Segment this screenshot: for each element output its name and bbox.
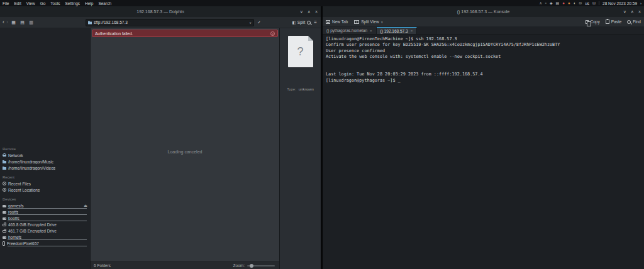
split-button[interactable]: ◧ Split <box>292 20 306 25</box>
compact-view-button[interactable]: ▤ <box>19 20 26 25</box>
split-view-icon <box>354 20 359 24</box>
tab-192-168-57-3[interactable]: () 192.168.57.3 × <box>377 27 418 34</box>
banner-close-icon[interactable]: × <box>270 31 275 36</box>
accept-location-button[interactable]: ✓ <box>257 20 261 25</box>
section-header: Devices <box>0 197 90 202</box>
sidebar-item-freedompixel657[interactable]: FreedomPixel657 <box>0 240 90 246</box>
hamburger-menu-icon[interactable]: ≡ <box>314 19 317 25</box>
menu-view[interactable]: View <box>26 1 35 6</box>
unknown-file-icon: ? <box>288 36 313 67</box>
unknown-glyph: ? <box>297 45 303 58</box>
clock[interactable]: 28 Nov 2023 20:59 <box>602 1 637 6</box>
tab-close-icon[interactable]: × <box>411 29 413 33</box>
folder-view[interactable]: Authentication failed. × Loading cancele… <box>91 28 279 261</box>
terminal-line <box>326 66 641 72</box>
menu-help[interactable]: Help <box>85 1 93 6</box>
panel-chevron-icon[interactable]: › <box>640 1 641 5</box>
search-icon[interactable] <box>307 21 311 25</box>
clipboard-icon[interactable]: ▤ <box>556 1 560 5</box>
clock-icon <box>3 182 6 185</box>
sidebar-item-label: /home/linuxdragon/Music <box>8 160 53 164</box>
location-bar[interactable]: sftp://192.168.57.3 ∨ <box>86 19 254 26</box>
find-button[interactable]: Find <box>627 19 641 24</box>
chevron-down-icon[interactable]: ∨ <box>249 21 252 25</box>
paste-button[interactable]: Paste <box>606 19 622 24</box>
sidebar-item-videos[interactable]: /home/linuxdragon/Videos <box>0 165 90 171</box>
copy-icon <box>586 20 589 24</box>
menu-file[interactable]: File <box>3 1 9 6</box>
maximize-button[interactable]: ∧ <box>308 9 311 14</box>
volume-icon[interactable]: ◖ <box>574 1 576 5</box>
split-view-button[interactable]: Split View ∨ <box>354 19 383 24</box>
sidebar-item-label: rootfs <box>8 210 18 214</box>
menu-search[interactable]: Search <box>98 1 111 6</box>
sidebar-item-music[interactable]: /home/linuxdragon/Music <box>0 158 90 165</box>
eject-icon[interactable]: ⏏ <box>84 204 87 207</box>
minimize-button[interactable]: ∨ <box>623 9 626 14</box>
split-view-label: Split View <box>361 19 379 24</box>
icons-view-button[interactable]: ▦ <box>10 20 17 25</box>
keyboard-layout-indicator[interactable]: us <box>585 1 589 6</box>
section-header: Recent <box>0 175 90 180</box>
copy-button[interactable]: Copy <box>586 19 600 24</box>
type-value: unknown <box>299 87 314 91</box>
status-orange-icon[interactable]: ● <box>568 1 570 5</box>
konsole-titlebar[interactable]: () 192.168.57.3 — Konsole ∨ ∧ × <box>323 6 644 17</box>
menu-tools[interactable]: Tools <box>50 1 60 6</box>
menu-settings[interactable]: Settings <box>65 1 80 6</box>
phone-icon <box>3 241 5 246</box>
zoom-label: Zoom: <box>233 263 245 268</box>
details-view-button[interactable]: ▥ <box>28 20 35 25</box>
places-section-devices: Devices gamesfs ⏏ rootfs bootfs 465.8 Gi… <box>0 197 90 246</box>
zoom-slider-handle[interactable] <box>250 264 253 268</box>
folder-icon <box>88 21 92 25</box>
sidebar-item-label: Recent Locations <box>8 188 40 192</box>
menu-go[interactable]: Go <box>40 1 46 6</box>
sidebar-item-rootfs[interactable]: rootfs <box>0 209 90 215</box>
terminal-line: Confirm user presence for key ED25519-SK… <box>326 42 641 48</box>
close-button[interactable]: × <box>315 9 318 14</box>
notifications-icon[interactable]: ◈ <box>550 1 553 5</box>
split-icon: ◧ <box>292 20 296 25</box>
terminal-area[interactable]: [linuxdragon@FirnenTechMachine ~]$ ssh 1… <box>323 35 644 269</box>
back-button[interactable]: ‹ <box>3 19 4 25</box>
zoom-slider[interactable] <box>247 265 275 266</box>
tab-pythagoras-homelan[interactable]: () pythagoras.homelan × <box>323 27 377 34</box>
sidebar-item-gamesfs[interactable]: gamesfs ⏏ <box>0 202 90 209</box>
dolphin-statusbar: 6 Folders Zoom: <box>91 261 279 269</box>
status-red-icon[interactable]: ● <box>562 1 565 5</box>
konsole-window-title: () 192.168.57.3 — Konsole <box>457 9 510 14</box>
location-bar-url: sftp://192.168.57.3 <box>94 20 128 25</box>
sidebar-item-network[interactable]: Network <box>0 152 90 158</box>
microphone-icon[interactable]: ⊙ <box>579 1 582 5</box>
forward-button[interactable]: › <box>6 19 8 25</box>
error-banner-text: Authentication failed. <box>95 31 133 36</box>
close-button[interactable]: × <box>638 9 641 14</box>
maximize-button[interactable]: ∧ <box>631 9 634 14</box>
paste-label: Paste <box>611 19 622 24</box>
sidebar-item-recent-locations[interactable]: Recent Locations <box>0 187 90 193</box>
konsole-window-buttons: ∨ ∧ × <box>623 6 641 17</box>
sidebar-item-encrypted-drive-1[interactable]: 465.8 GiB Encrypted Drive <box>0 221 90 228</box>
sidebar-item-recent-files[interactable]: Recent Files <box>0 180 90 187</box>
dolphin-titlebar[interactable]: 192.168.57.3 — Dolphin ∨ ∧ × <box>0 6 321 17</box>
konsole-tabbar: () pythagoras.homelan × () 192.168.57.3 … <box>323 27 644 35</box>
display-icon[interactable]: ⊡ <box>592 1 596 5</box>
section-header: Remote <box>0 146 90 152</box>
tab-close-icon[interactable]: × <box>370 29 372 33</box>
drive-icon <box>3 211 6 214</box>
system-tray: ∧ ▫ ◈ ▤ ● ● ◖ ⊙ us ⊡ 28 Nov 2023 20:59 › <box>539 1 644 6</box>
dolphin-toolbar: ‹ › ▦ ▤ ▥ sftp://192.168.57.3 ∨ ✓ ◧ Spli… <box>0 17 321 28</box>
terminal-line: Activate the web console with: systemctl… <box>326 54 641 60</box>
error-banner: Authentication failed. × <box>92 30 278 37</box>
information-panel: ? Type: unknown <box>279 28 321 269</box>
tray-expander-icon[interactable]: ∧ <box>539 1 541 5</box>
new-tab-button[interactable]: New Tab <box>326 19 348 24</box>
file-type-row: Type: unknown <box>287 87 314 91</box>
menu-edit[interactable]: Edit <box>14 1 21 6</box>
minimize-button[interactable]: ∨ <box>300 9 303 14</box>
sidebar-item-encrypted-drive-2[interactable]: 461.7 GiB Encrypted Drive <box>0 228 90 234</box>
app-window-icon[interactable]: ▫ <box>545 1 547 5</box>
sidebar-item-bootfs[interactable]: bootfs <box>0 215 90 221</box>
sidebar-item-homefs[interactable]: homefs <box>0 234 90 240</box>
